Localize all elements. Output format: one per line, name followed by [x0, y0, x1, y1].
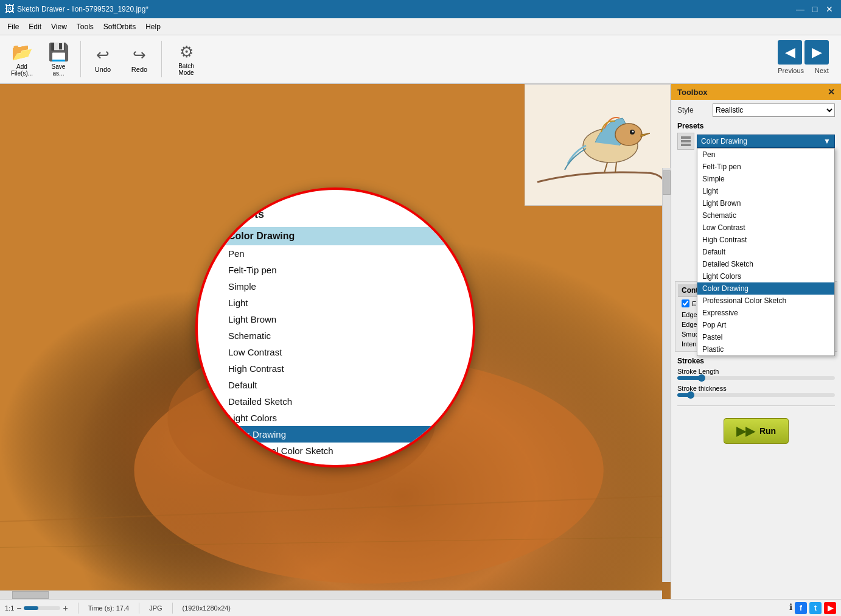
format-status: JPG — [149, 604, 162, 612]
preset-item-light-colors[interactable]: Light Colors — [222, 410, 448, 426]
style-select[interactable]: Realistic — [713, 103, 835, 117]
info-icon[interactable]: ℹ — [789, 602, 792, 614]
stroke-length-section: Stroke Length — [677, 368, 835, 380]
save-as-button[interactable]: 💾 Saveas... — [41, 38, 75, 80]
preset-item-felt-tip-pen[interactable]: Felt-Tip pen — [222, 262, 448, 278]
svg-rect-15 — [681, 140, 691, 142]
preset-option-expressive[interactable]: Expressive — [697, 307, 834, 319]
zoom-level: 1:1 — [5, 604, 14, 612]
preset-item-default[interactable]: Default — [222, 377, 448, 393]
menu-edit[interactable]: Edit — [24, 20, 46, 33]
toolbox-close-button[interactable]: ✕ — [828, 87, 835, 97]
preset-option-light-brown[interactable]: Light Brown — [697, 197, 834, 209]
dimensions-status: (1920x1280x24) — [183, 604, 231, 612]
status-sep-2 — [139, 603, 139, 614]
edge-label: Edge — [682, 321, 697, 328]
youtube-icon[interactable]: ▶ — [824, 602, 836, 614]
add-files-label: AddFile(s)... — [11, 63, 33, 77]
preset-item-light-brown[interactable]: Light Brown — [222, 311, 448, 327]
next-button[interactable]: ▶ — [804, 40, 829, 65]
style-row: Style Realistic — [671, 100, 841, 121]
preset-item-light[interactable]: Light — [222, 295, 448, 311]
vertical-scrollbar[interactable] — [662, 168, 671, 582]
zoom-in-button[interactable]: + — [63, 603, 68, 613]
preset-option-light-colors[interactable]: Light Colors — [697, 270, 834, 282]
preset-item-low-contrast[interactable]: Low Contrast — [222, 344, 448, 360]
undo-button[interactable]: ↩ Undo — [86, 38, 120, 80]
stroke-length-thumb[interactable] — [698, 374, 705, 382]
undo-label: Undo — [95, 66, 111, 73]
presets-dropdown-container: Color Drawing ▼ Pen Felt-Tip pen Simple … — [697, 135, 835, 148]
horizontal-scrollbar[interactable] — [0, 590, 662, 599]
preset-item-detailed-sketch[interactable]: Detailed Sketch — [222, 393, 448, 410]
save-label: Saveas... — [52, 63, 66, 77]
preset-option-color-drawing[interactable]: Color Drawing — [697, 282, 834, 295]
maximize-button[interactable]: □ — [808, 2, 822, 16]
preset-option-pastel[interactable]: Pastel — [697, 331, 834, 343]
preset-item-color-drawing-selected[interactable]: Color Drawing — [222, 426, 448, 443]
preset-option-felt-tip-pen[interactable]: Felt-Tip pen — [697, 161, 834, 173]
preset-item-high-contrast[interactable]: High Contrast — [222, 360, 448, 377]
menu-help[interactable]: Help — [141, 20, 166, 33]
add-files-button[interactable]: 📂 AddFile(s)... — [5, 38, 39, 80]
preset-item-pen[interactable]: Pen — [222, 245, 448, 262]
presets-selected-value: Color Drawing — [701, 137, 747, 145]
svg-point-11 — [632, 131, 634, 133]
preset-option-pen[interactable]: Pen — [697, 149, 834, 161]
menu-view[interactable]: View — [46, 20, 72, 33]
time-status: Time (s): 17.4 — [88, 604, 129, 612]
batch-label: BatchMode — [178, 63, 194, 76]
enable-checkbox[interactable] — [682, 299, 689, 307]
presets-label: Presets — [677, 122, 703, 130]
preset-option-default[interactable]: Default — [697, 246, 834, 258]
stroke-thickness-section: Stroke thickness — [677, 385, 835, 397]
minimize-button[interactable]: — — [794, 2, 807, 16]
window-title: Sketch Drawer - lion-5799523_1920.jpg* — [15, 5, 794, 13]
preset-option-professional-color-sketch[interactable]: Professional Color Sketch — [697, 295, 834, 307]
bird-svg — [525, 85, 670, 205]
zoom-slider[interactable] — [24, 606, 60, 610]
close-button[interactable]: ✕ — [823, 2, 836, 16]
run-label: Run — [759, 426, 776, 436]
status-sep-3 — [172, 603, 173, 614]
stroke-thickness-track[interactable] — [677, 393, 835, 397]
status-sep-1 — [78, 603, 79, 614]
preset-item-color-drawing-top[interactable]: Color Drawing — [222, 227, 448, 245]
spacer — [671, 399, 841, 405]
preset-option-low-contrast[interactable]: Low Contrast — [697, 222, 834, 234]
presets-dropdown-selected[interactable]: Color Drawing ▼ — [697, 135, 835, 148]
magnify-preset-list: Color Drawing Pen Felt-Tip pen Simple Li… — [222, 227, 448, 467]
run-button[interactable]: ▶▶ Run — [724, 418, 789, 444]
preview-sketch — [525, 84, 671, 206]
preset-option-detailed-sketch[interactable]: Detailed Sketch — [697, 258, 834, 270]
previous-label: Previous — [778, 67, 804, 74]
svg-point-9 — [615, 124, 642, 145]
menu-tools[interactable]: Tools — [72, 20, 99, 33]
preset-option-plastic[interactable]: Plastic — [697, 343, 834, 355]
svg-rect-14 — [681, 136, 691, 139]
twitter-icon[interactable]: t — [809, 602, 822, 614]
stroke-thickness-thumb[interactable] — [687, 391, 694, 399]
preset-item-schematic[interactable]: Schematic — [222, 327, 448, 344]
menu-softorbits[interactable]: SoftOrbits — [99, 20, 141, 33]
batch-mode-button[interactable]: ⚙ BatchMode — [167, 38, 206, 80]
stroke-thickness-label: Stroke thickness — [677, 385, 835, 392]
menu-file[interactable]: File — [2, 20, 24, 33]
redo-button[interactable]: ↪ Redo — [122, 38, 156, 80]
preset-option-high-contrast[interactable]: High Contrast — [697, 234, 834, 246]
previous-button[interactable]: ◀ — [778, 40, 802, 65]
style-label: Style — [677, 106, 708, 114]
canvas-area[interactable]: Presets Color Drawing Pen Felt-Tip pen S… — [0, 84, 671, 599]
facebook-icon[interactable]: f — [795, 602, 807, 614]
preset-item-simple[interactable]: Simple — [222, 278, 448, 295]
preset-option-schematic[interactable]: Schematic — [697, 209, 834, 222]
stroke-length-track[interactable] — [677, 376, 835, 380]
zoom-out-button[interactable]: − — [16, 603, 21, 613]
preset-option-light[interactable]: Light — [697, 185, 834, 197]
preset-option-pop-art[interactable]: Pop Art — [697, 319, 834, 331]
save-icon: 💾 — [48, 42, 69, 62]
dropdown-chevron-icon: ▼ — [823, 137, 831, 145]
presets-row: Color Drawing ▼ Pen Felt-Tip pen Simple … — [671, 131, 841, 151]
preset-option-simple[interactable]: Simple — [697, 173, 834, 185]
strokes-section: Strokes Stroke Length Stroke thickness — [671, 354, 841, 399]
